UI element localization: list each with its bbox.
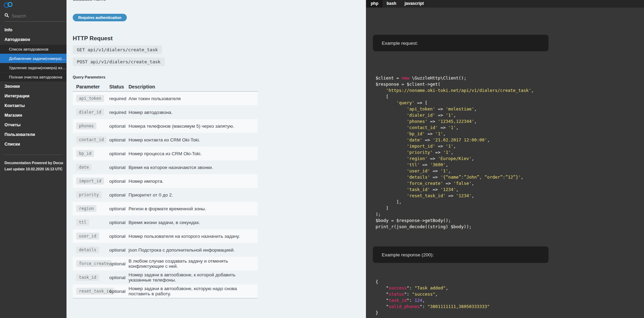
parameter-name-chip: user_id: [76, 233, 99, 240]
parameter-description: Апи токен пользователя: [129, 96, 258, 101]
parameter-name-chip: import_id: [76, 178, 104, 184]
parameter-status: optional: [109, 247, 129, 253]
sidebar-item-info[interactable]: Info: [0, 25, 67, 35]
parameter-status: optional: [109, 165, 129, 170]
table-row: force_createoptionalВ любом случае созда…: [73, 257, 258, 271]
parameter-name-chip: region: [76, 205, 96, 212]
parameter-status: optional: [109, 289, 129, 294]
parameter-status: required: [109, 110, 129, 115]
php-example-code: $client = new \GuzzleHttp\Client();$resp…: [376, 75, 534, 230]
table-row: task_idoptionalНомер задачи в автообзвон…: [73, 271, 258, 284]
sidebar-subitem[interactable]: Полная очистка автодозвона: [0, 72, 67, 82]
search-input[interactable]: [12, 13, 57, 19]
search-bar[interactable]: [4, 12, 67, 19]
tab-bash[interactable]: bash: [382, 0, 400, 8]
table-row: ttloptionalВремя жизни задачи, в секунда…: [73, 215, 258, 229]
parameter-name-chip: api_token: [76, 95, 104, 102]
parameter-description: json Подстрока с дополнительной информац…: [129, 247, 258, 253]
parameter-description: Регион в формате временной зоны.: [129, 206, 258, 211]
app-logo[interactable]: [0, 0, 67, 10]
parameter-description: В любом случае создавать задачу и отменя…: [129, 258, 258, 269]
parameter-description: Номер импорта.: [129, 179, 258, 184]
parameter-name-chip: ttl: [76, 219, 89, 226]
sidebar-item-списки[interactable]: Списки: [0, 139, 67, 149]
parameter-status: required: [109, 96, 129, 101]
table-body: api_tokenrequiredАпи токен пользователяd…: [73, 92, 258, 298]
table-row: regionoptionalРегион в формате временной…: [73, 202, 258, 215]
sidebar-item-контакты[interactable]: Контакты: [0, 101, 67, 110]
code-panel: phpbashjavascript Example request: $clie…: [366, 0, 644, 318]
example-request-header: Example request:: [373, 35, 549, 51]
parameters-table: ParameterStatusDescription api_tokenrequ…: [73, 82, 258, 298]
parameter-description: Номер процесса из CRM Oki-Toki.: [129, 151, 258, 156]
parameter-name-chip: priority: [76, 191, 102, 198]
parameter-status: optional: [109, 179, 129, 184]
parameter-name-chip: phones: [76, 123, 96, 129]
parameter-description: Время жизни задачи, в секундах.: [129, 220, 258, 225]
column-header: Status: [109, 84, 129, 89]
clipped-previous-section-text: database name: [73, 0, 366, 3]
table-row: detailsoptionaljson Подстрока с дополнит…: [73, 243, 258, 257]
endpoint-list: GET api/v1/dialers/create_taskPOST api/v…: [67, 42, 366, 66]
requires-auth-badge: Requires authentication: [73, 14, 127, 21]
parameter-description: Время на которое назначаются звонки.: [129, 165, 258, 170]
parameter-name-chip: dialer_id: [76, 109, 104, 116]
table-row: api_tokenrequiredАпи токен пользователя: [73, 92, 258, 105]
sidebar-item-интеграции[interactable]: Интеграции: [0, 91, 67, 101]
language-tabbar: phpbashjavascript: [366, 0, 644, 8]
json-response-code: { "success": "Task added", "status": "su…: [376, 279, 490, 316]
sidebar-item-автодозвон[interactable]: Автодозвон: [0, 35, 67, 44]
table-row: dateoptionalВремя на которое назначаются…: [73, 160, 258, 174]
parameter-status: optional: [109, 137, 129, 142]
column-header: Description: [129, 84, 258, 89]
parameter-name-chip: contact_id: [76, 136, 106, 143]
parameter-name-chip: reset_task_id: [76, 288, 114, 295]
sidebar-item-магазин[interactable]: Магазин: [0, 110, 67, 120]
page: InfoАвтодозвонСписок автодозвоновДобавле…: [0, 0, 644, 318]
tab-php[interactable]: php: [367, 0, 382, 8]
endpoint-chip: POST api/v1/dialers/create_task: [73, 57, 165, 66]
example-response-header: Example response (200):: [373, 246, 549, 263]
parameter-description: Номер пользователя на которого назначить…: [129, 234, 258, 239]
search-divider: [4, 21, 67, 22]
sidebar-subitem-active[interactable]: Добавление задачи(номера) в ...: [0, 54, 67, 63]
footer-powered-by: Documentation Powered by Documen...: [4, 160, 63, 166]
tab-javascript[interactable]: javascript: [400, 0, 428, 8]
parameter-name-chip: details: [76, 246, 99, 253]
sidebar-subitem[interactable]: Список автодозвонов: [0, 44, 67, 54]
table-row: phonesoptionalНомера телефонов (максимум…: [73, 119, 258, 133]
parameter-name-chip: task_id: [76, 274, 99, 281]
sidebar-nav: InfoАвтодозвонСписок автодозвоновДобавле…: [0, 25, 67, 149]
parameter-description: Номер задачи в автообзвоне, к которой до…: [129, 272, 258, 283]
parameter-status: optional: [109, 206, 129, 211]
parameter-status: optional: [109, 234, 129, 239]
sidebar-submenu: Список автодозвоновДобавление задачи(ном…: [0, 44, 67, 82]
sidebar-item-отчеты[interactable]: Отчеты: [0, 120, 67, 130]
parameter-description: Номера телефонов (максимум 5) через запя…: [129, 124, 258, 129]
http-request-title: HTTP Request: [73, 35, 366, 42]
parameter-description: Номер контакта из CRM Oki-Toki.: [129, 137, 258, 142]
parameter-status: optional: [109, 192, 129, 198]
parameter-description: Номер автодозвона.: [129, 110, 258, 115]
parameter-status: optional: [109, 151, 129, 156]
parameter-description: Номер задачи в автообзвоне, которую надо…: [129, 286, 258, 296]
parameter-name-chip: force_create: [76, 260, 112, 267]
parameter-name-chip: date: [76, 164, 92, 171]
parameter-name-chip: bp_id: [76, 150, 94, 157]
table-row: reset_task_idoptionalНомер задачи в авто…: [73, 284, 258, 298]
parameter-status: optional: [109, 275, 129, 280]
cloud-logo-icon: [3, 3, 14, 9]
endpoint-chip: GET api/v1/dialers/create_task: [73, 45, 162, 54]
sidebar-subitem[interactable]: Удаление задачи(номера) из об...: [0, 63, 67, 72]
table-row: contact_idoptionalНомер контакта из CRM …: [73, 133, 258, 147]
parameter-status: optional: [109, 220, 129, 225]
sidebar-item-пользователи[interactable]: Пользователи: [0, 130, 67, 139]
footer-last-update: Last update 10.02.2020 16:13 UTC: [4, 166, 63, 172]
table-row: bp_idoptionalНомер процесса из CRM Oki-T…: [73, 147, 258, 160]
parameter-status: optional: [109, 124, 129, 129]
table-row: priorityoptionalПриоритет от 0 до 2.: [73, 188, 258, 202]
search-icon: [4, 13, 9, 19]
column-header: Parameter: [73, 84, 109, 89]
table-header-row: ParameterStatusDescription: [73, 82, 258, 92]
sidebar-item-звонки[interactable]: Звонки: [0, 82, 67, 91]
